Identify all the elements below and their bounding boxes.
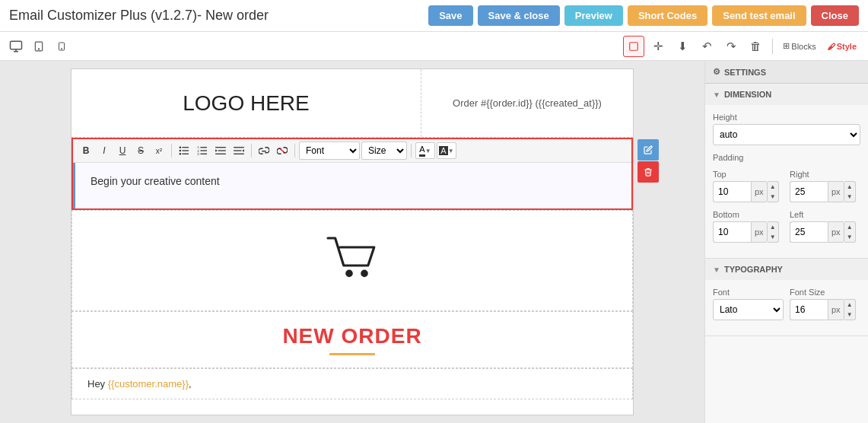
svg-line-27 bbox=[279, 148, 285, 154]
logo-text: LOGO HERE bbox=[183, 91, 310, 116]
bottom-stepper-down[interactable]: ▼ bbox=[768, 232, 778, 242]
save-button[interactable]: Save bbox=[428, 5, 472, 26]
indent-left-button[interactable] bbox=[212, 142, 229, 159]
left-stepper-down[interactable]: ▼ bbox=[844, 232, 855, 242]
bottom-input[interactable] bbox=[713, 221, 751, 243]
close-button[interactable]: Close bbox=[811, 5, 859, 26]
typo-size-stepper-up[interactable]: ▲ bbox=[844, 300, 855, 310]
device-toolbar: ✛ ⬇ ↶ ↷ 🗑 ⊞ Blocks 🖌 Style bbox=[0, 32, 868, 61]
canvas-toolbar-right: ✛ ⬇ ↶ ↷ 🗑 ⊞ Blocks 🖌 Style bbox=[623, 36, 860, 57]
delete-icon[interactable]: 🗑 bbox=[745, 36, 766, 57]
right-stepper-up[interactable]: ▲ bbox=[844, 182, 855, 192]
blocks-tab[interactable]: ⊞ Blocks bbox=[779, 36, 819, 57]
svg-marker-25 bbox=[242, 149, 244, 151]
main-layout: LOGO HERE Order #{{order.id}} ({{created… bbox=[0, 61, 868, 423]
top-input-group: px ▲ ▼ bbox=[713, 181, 784, 202]
left-input[interactable] bbox=[790, 221, 828, 243]
typography-arrow-icon: ▼ bbox=[713, 266, 720, 274]
superscript-button[interactable]: x² bbox=[151, 142, 167, 159]
right-px-label: px bbox=[828, 181, 844, 202]
preview-button[interactable]: Preview bbox=[564, 5, 623, 26]
unlink-button[interactable] bbox=[274, 142, 291, 159]
short-codes-button[interactable]: Short Codes bbox=[628, 5, 707, 26]
svg-text:3.: 3. bbox=[197, 152, 200, 155]
bottom-stepper[interactable]: ▲ ▼ bbox=[768, 221, 779, 243]
font-select[interactable]: Font bbox=[299, 142, 360, 160]
left-stepper-up[interactable]: ▲ bbox=[844, 222, 855, 232]
underline-button[interactable]: U bbox=[114, 142, 131, 159]
svg-marker-21 bbox=[215, 149, 218, 151]
bold-button[interactable]: B bbox=[78, 142, 94, 159]
typo-size-stepper[interactable]: ▲ ▼ bbox=[844, 299, 856, 320]
new-order-title: NEW ORDER bbox=[84, 324, 620, 348]
send-test-button[interactable]: Send test email bbox=[712, 5, 806, 26]
hey-text: Hey {{customer.name}}, bbox=[87, 378, 192, 390]
dimension-body: Height auto Padding Top px bbox=[705, 105, 868, 258]
typo-size-label: Font Size bbox=[790, 288, 860, 297]
hey-section: Hey {{customer.name}}, bbox=[72, 368, 633, 399]
tablet-icon[interactable] bbox=[30, 38, 47, 55]
link-button[interactable] bbox=[256, 142, 272, 159]
typo-font-select[interactable]: Lato Arial Georgia bbox=[713, 299, 784, 320]
height-select[interactable]: auto bbox=[713, 124, 860, 145]
svg-rect-5 bbox=[630, 42, 638, 50]
delete-section-button[interactable] bbox=[637, 161, 659, 183]
right-input[interactable] bbox=[790, 181, 828, 202]
undo-icon[interactable]: ↶ bbox=[696, 36, 717, 57]
padding-bottom-field: Bottom px ▲ ▼ bbox=[713, 210, 784, 243]
strikethrough-button[interactable]: S bbox=[132, 142, 149, 159]
font-size-field: Font Size px ▲ ▼ bbox=[790, 288, 860, 320]
right-input-group: px ▲ ▼ bbox=[790, 181, 860, 202]
move-icon[interactable]: ✛ bbox=[647, 36, 669, 57]
indent-right-button[interactable] bbox=[231, 142, 247, 159]
svg-point-28 bbox=[345, 270, 353, 278]
desktop-icon[interactable] bbox=[8, 38, 24, 55]
bottom-stepper-up[interactable]: ▲ bbox=[768, 222, 778, 232]
edit-section-button[interactable] bbox=[637, 139, 659, 161]
italic-button[interactable]: I bbox=[96, 142, 113, 159]
top-stepper[interactable]: ▲ ▼ bbox=[768, 181, 779, 202]
select-icon[interactable] bbox=[623, 36, 644, 57]
app-header: Email Customizer Plus (v1.2.7)- New orde… bbox=[0, 0, 868, 32]
typo-size-px-label: px bbox=[828, 299, 844, 320]
ol-button[interactable]: 1.2.3. bbox=[194, 142, 211, 159]
left-stepper[interactable]: ▲ ▼ bbox=[844, 221, 856, 243]
top-stepper-down[interactable]: ▼ bbox=[768, 192, 778, 202]
text-editor-section[interactable]: B I U S x² 1.2.3. bbox=[72, 138, 633, 210]
download-icon[interactable]: ⬇ bbox=[672, 36, 693, 57]
svg-point-9 bbox=[180, 146, 182, 148]
right-stepper[interactable]: ▲ ▼ bbox=[844, 181, 856, 202]
dimension-header[interactable]: ▼ DIMENSION bbox=[705, 84, 868, 105]
canvas-area[interactable]: LOGO HERE Order #{{order.id}} ({{created… bbox=[0, 61, 704, 423]
font-color-button[interactable]: A ▼ bbox=[415, 142, 435, 159]
editor-placeholder-text: Begin your creative content bbox=[91, 175, 220, 187]
redo-icon[interactable]: ↷ bbox=[720, 36, 742, 57]
typo-size-input-group: px ▲ ▼ bbox=[790, 299, 860, 320]
padding-bottom-left-row: Bottom px ▲ ▼ Left bbox=[713, 210, 860, 243]
left-label: Left bbox=[790, 210, 860, 219]
typography-header[interactable]: ▼ TYPOGRAPHY bbox=[705, 259, 868, 280]
settings-label: SETTINGS bbox=[724, 68, 766, 77]
ul-button[interactable] bbox=[176, 142, 192, 159]
top-stepper-up[interactable]: ▲ bbox=[768, 182, 778, 192]
text-editor-toolbar: B I U S x² 1.2.3. bbox=[73, 139, 631, 163]
customer-name-var: {{customer.name}} bbox=[108, 378, 189, 390]
bg-color-button[interactable]: A ▼ bbox=[437, 142, 456, 159]
typo-size-stepper-down[interactable]: ▼ bbox=[844, 310, 855, 320]
size-select[interactable]: Size bbox=[361, 142, 407, 160]
right-stepper-down[interactable]: ▼ bbox=[844, 192, 855, 202]
bg-color-label: A bbox=[439, 146, 447, 155]
style-tab[interactable]: 🖌 Style bbox=[823, 36, 860, 57]
toolbar-sep-3 bbox=[294, 144, 295, 157]
header-buttons: Save Save & close Preview Short Codes Se… bbox=[428, 5, 859, 26]
top-input[interactable] bbox=[713, 181, 751, 202]
text-content-area[interactable]: Begin your creative content bbox=[73, 163, 631, 208]
logo-left: LOGO HERE bbox=[72, 69, 421, 137]
save-close-button[interactable]: Save & close bbox=[478, 5, 560, 26]
logo-section: LOGO HERE Order #{{order.id}} ({{created… bbox=[72, 69, 633, 138]
right-label: Right bbox=[790, 170, 860, 179]
typo-size-input[interactable] bbox=[790, 299, 828, 320]
mobile-icon[interactable] bbox=[53, 38, 70, 55]
gear-icon: ⚙ bbox=[713, 67, 720, 77]
divider bbox=[772, 39, 773, 54]
